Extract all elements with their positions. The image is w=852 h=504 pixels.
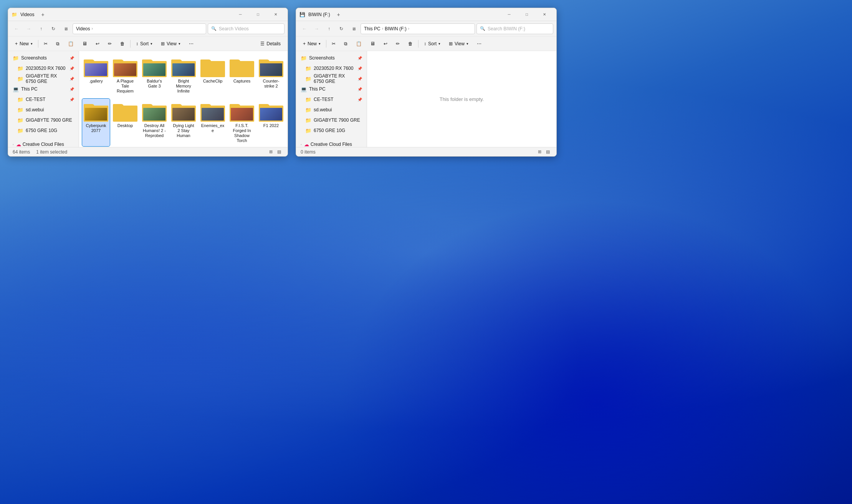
view-toggle-b: ⊞ ▤ <box>536 149 552 155</box>
rename-button-b[interactable]: ✏ <box>392 38 404 49</box>
folder-icon: 📁 <box>17 117 23 123</box>
new-tab-button-videos[interactable]: + <box>37 9 48 20</box>
sidebar-6750gre10g[interactable]: 📁 6750 GRE 10G <box>10 126 77 136</box>
pc-icon-btn[interactable]: 🖥 <box>78 38 91 49</box>
forward-button-biwin[interactable]: → <box>311 23 322 34</box>
file-item-gallery[interactable]: .gallery <box>82 54 110 97</box>
sort-button-biwin[interactable]: ↕ Sort ▾ <box>420 38 444 49</box>
file-item-enemies[interactable]: Enemies_exe <box>199 99 227 147</box>
more-button-videos[interactable]: ⋯ <box>185 38 197 49</box>
sidebar-screenshots[interactable]: 📁 Screenshots 📌 <box>10 53 77 63</box>
file-item-destroy[interactable]: Destroy All Humans! 2 - Reprobed <box>141 99 168 147</box>
refresh-button-biwin[interactable]: ↻ <box>336 23 347 34</box>
maximize-button-videos[interactable]: □ <box>249 8 267 21</box>
delete-button[interactable]: 🗑 <box>116 38 129 49</box>
back-button-biwin[interactable]: ← <box>299 23 310 34</box>
sidebar-cetest[interactable]: 📁 CE-TEST 📌 <box>10 94 77 104</box>
list-view-btn-b[interactable]: ▤ <box>544 149 552 155</box>
new-button-biwin[interactable]: + New ▾ <box>299 38 324 49</box>
delete-button-b[interactable]: 🗑 <box>404 38 417 49</box>
paste-button-b[interactable]: 📋 <box>352 38 366 49</box>
file-item-dyinglight[interactable]: Dying Light 2 Stay Human <box>170 99 197 147</box>
view-button-biwin[interactable]: ⊞ View ▾ <box>445 38 472 49</box>
sidebar-screenshots-b[interactable]: 📁 Screenshots 📌 <box>298 53 365 63</box>
title-bar-videos: 📁 Videos + ─ □ ✕ <box>8 8 288 21</box>
file-item-fist[interactable]: F.I.S.T. Forged In Shadow Torch <box>228 99 256 147</box>
sidebar-7900gre[interactable]: 📁 GIGABYTE 7900 GRE <box>10 115 77 125</box>
file-grid-area-biwin: This folder is empty. <box>367 51 556 147</box>
minimize-button-biwin[interactable]: ─ <box>500 8 518 21</box>
sidebar-sdwebui-b[interactable]: 📁 sd.webui <box>298 105 365 115</box>
pin-icon: 📌 <box>69 56 74 60</box>
up-button-biwin[interactable]: ↑ <box>324 23 334 34</box>
content-area-videos: 📁 Screenshots 📌 📁 20230520 RX 7600 📌 📁 G… <box>8 51 288 147</box>
search-box-biwin[interactable]: 🔍 Search BIWIN (F:) <box>476 23 553 34</box>
close-button-videos[interactable]: ✕ <box>267 8 285 21</box>
sidebar-rx6750-b[interactable]: 📁 GIGABYTE RX 6750 GRE 📌 <box>298 74 365 84</box>
refresh-button-videos[interactable]: ↻ <box>48 23 59 34</box>
file-item-desktop[interactable]: Desktop <box>111 99 139 147</box>
view-chevron-b: ▾ <box>467 42 468 46</box>
undo-button[interactable]: ↩ <box>92 38 103 49</box>
file-item-f12022[interactable]: F1 2022 <box>257 99 285 147</box>
undo-button-b[interactable]: ↩ <box>380 38 391 49</box>
thumb-plague <box>114 63 136 76</box>
sidebar-thispc[interactable]: 💻 This PC 📌 <box>10 84 77 94</box>
sidebar-label: CE-TEST <box>26 97 45 102</box>
sidebar-6750gre10g-b[interactable]: 📁 6750 GRE 10G <box>298 126 365 136</box>
new-tab-button-biwin[interactable]: + <box>333 9 344 20</box>
sidebar-rx6750[interactable]: 📁 GIGABYTE RX 6750 GRE 📌 <box>10 74 77 84</box>
view-icon-b: ⊞ <box>449 41 453 46</box>
title-bar-biwin: 💾 BIWIN (F:) + ─ □ ✕ <box>296 8 556 21</box>
file-item-cacheclip[interactable]: CacheClip <box>199 54 227 97</box>
maximize-button-biwin[interactable]: □ <box>518 8 536 21</box>
empty-folder-message: This folder is empty. <box>370 54 553 144</box>
close-button-biwin[interactable]: ✕ <box>536 8 553 21</box>
minimize-button-videos[interactable]: ─ <box>232 8 249 21</box>
file-item-baldur[interactable]: Baldur's Gate 3 <box>141 54 168 97</box>
file-item-captures[interactable]: Captures <box>228 54 256 97</box>
paste-button[interactable]: 📋 <box>64 38 78 49</box>
cut-button-b[interactable]: ✂ <box>328 38 339 49</box>
pc-icon-btn-b[interactable]: 🖥 <box>366 38 379 49</box>
file-item-bright[interactable]: Bright Memory Infinite <box>170 54 197 97</box>
back-button-videos[interactable]: ← <box>11 23 22 34</box>
grid-view-btn[interactable]: ⊞ <box>267 149 275 155</box>
cut-button[interactable]: ✂ <box>40 38 51 49</box>
file-name: F.I.S.T. Forged In Shadow Torch <box>230 123 254 144</box>
pc-button-biwin[interactable]: 🖥 <box>348 23 359 34</box>
forward-button-videos[interactable]: → <box>23 23 34 34</box>
copy-button-b[interactable]: ⧉ <box>340 38 351 49</box>
view-button-videos[interactable]: ⊞ View ▾ <box>157 38 184 49</box>
folder-icon: 📁 <box>13 55 19 61</box>
list-view-btn[interactable]: ▤ <box>275 149 283 155</box>
breadcrumb-videos[interactable]: Videos › <box>73 23 206 34</box>
more-button-biwin[interactable]: ⋯ <box>473 38 485 49</box>
file-item-cyberpunk[interactable]: Cyberpunk 2077 <box>82 99 110 147</box>
pc-button-videos[interactable]: 🖥 <box>60 23 71 34</box>
thumb-dyinglight <box>172 108 195 121</box>
sidebar-creative-cloud-b[interactable]: › ☁ Creative Cloud Files <box>298 139 365 147</box>
sidebar-rx7600[interactable]: 📁 20230520 RX 7600 📌 <box>10 63 77 73</box>
pin-icon: 📌 <box>357 87 362 91</box>
sort-button-videos[interactable]: ↕ Sort ▾ <box>132 38 156 49</box>
file-item-cs2[interactable]: Counter-strike 2 <box>257 54 285 97</box>
sidebar-thispc-b[interactable]: 💻 This PC 📌 <box>298 84 365 94</box>
sidebar-label: GIGABYTE 7900 GRE <box>26 117 72 123</box>
search-box-videos[interactable]: 🔍 Search Videos <box>208 23 285 34</box>
sidebar-sdwebui[interactable]: 📁 sd.webui <box>10 105 77 115</box>
file-item-plague[interactable]: A Plague Tale Requiem <box>111 54 139 97</box>
file-name: Bright Memory Infinite <box>171 79 196 94</box>
rename-button[interactable]: ✏ <box>104 38 116 49</box>
sidebar-rx7600-b[interactable]: 📁 20230520 RX 7600 📌 <box>298 63 365 73</box>
details-button[interactable]: ☰ Details <box>256 38 285 49</box>
sidebar-7900gre-b[interactable]: 📁 GIGABYTE 7900 GRE <box>298 115 365 125</box>
copy-button[interactable]: ⧉ <box>52 38 63 49</box>
sidebar-cetest-b[interactable]: 📁 CE-TEST 📌 <box>298 94 365 104</box>
folder-icon: 📁 <box>305 117 311 123</box>
grid-view-btn-b[interactable]: ⊞ <box>536 149 543 155</box>
new-button-videos[interactable]: + New ▾ <box>11 38 36 49</box>
sidebar-creative-cloud[interactable]: › ☁ Creative Cloud Files <box>10 139 77 147</box>
up-button-videos[interactable]: ↑ <box>36 23 46 34</box>
breadcrumb-biwin[interactable]: This PC › BIWIN (F:) › <box>361 23 475 34</box>
